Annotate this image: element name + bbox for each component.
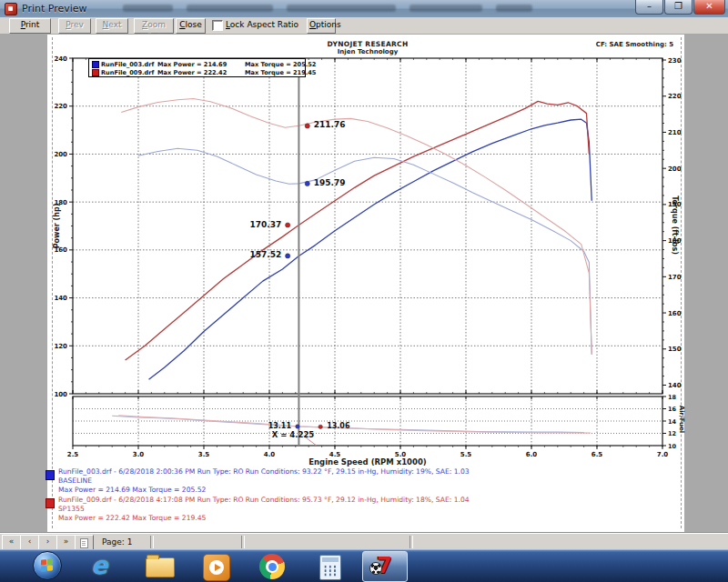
legend-row: RunFile_003.drf Max Power = 214.69 Max T… [91, 60, 305, 68]
titlebar: Print Preview – ❐ ✕ [0, 0, 728, 18]
rpm-axis-label: Engine Speed (RPM x1000) [277, 457, 459, 467]
torque-axis-label: Torque (ft-lbs) [671, 171, 679, 280]
afr-axis-label: Air/Fuel [678, 365, 685, 474]
legend-swatch-red [92, 69, 99, 76]
legend-file: RunFile_009.drf [101, 69, 157, 76]
print-button[interactable]: Print [9, 18, 51, 34]
close-window-button[interactable]: ✕ [693, 0, 725, 15]
prev-page-button[interactable]: ‹ [20, 535, 39, 550]
data-point-label: 170.37 [249, 220, 281, 229]
legend-max-power: Max Power = 222.42 [157, 69, 245, 76]
statusbar-divider [150, 536, 154, 548]
toolbar: Print Prev Next Zoom Out Close Lock Aspe… [0, 17, 728, 35]
data-point-label: 13.06 [327, 422, 349, 430]
file-explorer-icon[interactable] [146, 554, 173, 579]
legend-max-torque: Max Torque = 219.45 [245, 69, 316, 76]
statusbar-divider [241, 536, 245, 548]
report-corner-note: CF: SAE Smoothing: 5 [546, 41, 673, 48]
report-customer: Injen Technology [277, 48, 459, 55]
data-point-label: 211.76 [314, 120, 346, 129]
run2-title: SP1355 [58, 505, 470, 514]
run1-maxvalues: Max Power = 214.69 Max Torque = 205.52 [58, 486, 470, 495]
minimize-button[interactable]: – [635, 0, 663, 15]
run1-info: RunFile_003.drf - 6/28/2018 2:00:36 PM R… [58, 467, 470, 495]
last-page-button[interactable]: » [56, 535, 76, 550]
first-page-button[interactable]: « [2, 535, 21, 550]
legend-swatch-blue [92, 61, 99, 68]
soccer-ball-icon [369, 562, 382, 575]
close-preview-button[interactable]: Close [176, 18, 206, 34]
run1-swatch [46, 470, 55, 480]
run2-conditions: RunFile_009.drf - 6/28/2018 4:17:08 PM R… [58, 496, 470, 505]
chart-legend: RunFile_003.drf Max Power = 214.69 Max T… [88, 58, 306, 77]
chrome-icon[interactable] [258, 554, 286, 579]
restore-button[interactable]: ❐ [664, 0, 693, 15]
page-icon [80, 538, 88, 548]
internet-explorer-icon[interactable]: e [91, 554, 118, 579]
windows-flag-icon [41, 558, 53, 571]
ghost-text [123, 5, 173, 12]
legend-row: RunFile_009.drf Max Power = 222.42 Max T… [91, 68, 305, 76]
data-point-label: 13.11 [268, 422, 291, 430]
folder-icon [146, 557, 175, 577]
calculator-icon[interactable] [317, 554, 344, 579]
run2-maxvalues: Max Power = 222.42 Max Torque = 219.45 [58, 514, 470, 523]
page-setup-button[interactable] [75, 535, 94, 550]
legend-file: RunFile_003.drf [101, 61, 157, 68]
lock-aspect-checkbox[interactable] [212, 20, 223, 31]
run1-title: BASELINE [58, 477, 470, 486]
media-player-icon[interactable] [202, 554, 229, 579]
cursor-x-label: X = 4.225 [257, 430, 329, 439]
prev-button: Prev [58, 18, 91, 34]
play-icon [203, 554, 230, 581]
ghost-text [287, 5, 396, 12]
report-company: DYNOJET RESEARCH [277, 40, 459, 48]
run2-info: RunFile_009.drf - 6/28/2018 4:17:08 PM R… [58, 496, 470, 523]
next-button: Next [96, 18, 128, 34]
next-page-button[interactable]: › [38, 535, 57, 550]
print-margin-line [52, 37, 53, 528]
start-button[interactable] [33, 551, 62, 580]
print-preview-window: Print Preview – ❐ ✕ Print Prev Next Zoom… [0, 0, 728, 582]
statusbar-divider [410, 536, 413, 548]
legend-max-torque: Max Torque = 205.52 [245, 61, 316, 68]
page-indicator: Page: 1 [102, 537, 132, 547]
lock-aspect-label: Lock Aspect Ratio [226, 20, 298, 29]
ghost-text [187, 5, 273, 12]
ghost-text [410, 5, 482, 12]
data-point-label: 157.52 [249, 250, 281, 259]
app-icon [5, 3, 17, 15]
zoom-out-button: Zoom Out [134, 18, 174, 34]
options-button[interactable]: Options [307, 18, 336, 34]
ghost-text [496, 5, 532, 12]
statusbar: « ‹ › » Page: 1 [0, 533, 728, 550]
legend-max-power: Max Power = 214.69 [157, 61, 245, 68]
run1-conditions: RunFile_003.drf - 6/28/2018 2:00:36 PM R… [58, 467, 470, 477]
window-title: Print Preview [22, 3, 87, 15]
power-axis-label: Power (hp) [53, 172, 61, 281]
run2-swatch [46, 498, 55, 508]
data-point-label: 195.79 [314, 178, 346, 187]
winpep-active-app-button[interactable]: 7 [362, 551, 408, 582]
